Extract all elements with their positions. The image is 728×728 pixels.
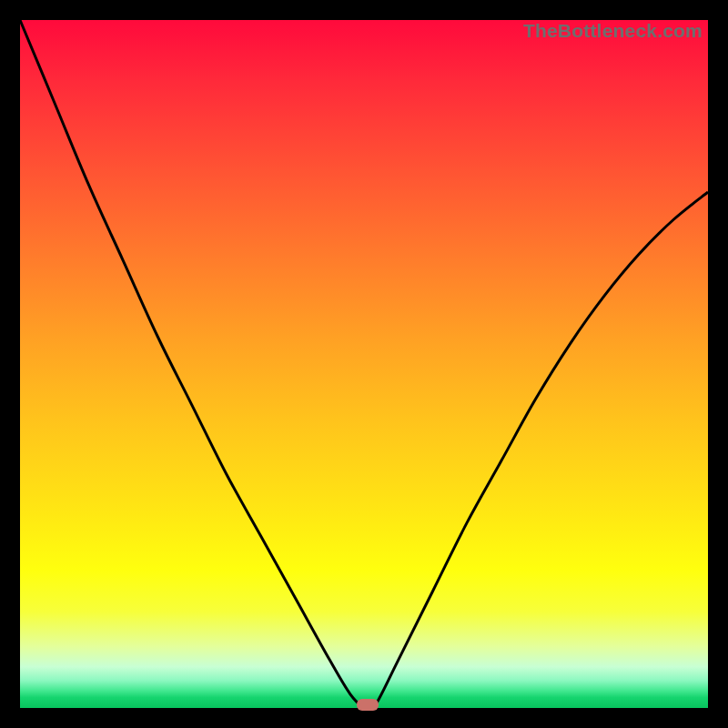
chart-frame: TheBottleneck.com	[0, 0, 728, 728]
bottleneck-curve	[20, 20, 708, 708]
plot-area: TheBottleneck.com	[20, 20, 708, 708]
optimum-marker	[357, 699, 379, 711]
